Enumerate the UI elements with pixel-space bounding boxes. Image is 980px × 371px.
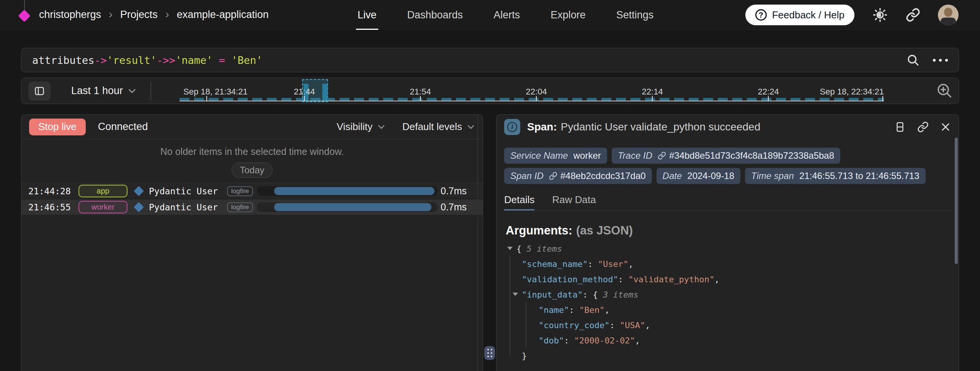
timeline-tick-label: 21:44 — [294, 87, 315, 97]
collapse-toggle-icon[interactable] — [513, 293, 518, 296]
timeline-tick — [652, 96, 653, 101]
topbar-actions: ? Feedback / Help — [745, 0, 959, 30]
arguments-label: Arguments: — [506, 224, 572, 237]
query-text[interactable]: attributes->'result'->>'name' = 'Ben' — [32, 54, 906, 66]
default-levels-dropdown[interactable]: Default levels — [402, 121, 475, 133]
service-badge[interactable]: worker — [78, 201, 127, 213]
breadcrumb-project[interactable]: example-application — [177, 9, 269, 21]
json-line: "name": "Ben", — [506, 303, 959, 318]
json-line: "dob": "2000-02-02", — [506, 333, 959, 348]
json-token-str: "validate_python" — [628, 275, 714, 284]
timeline-tick — [882, 96, 883, 101]
question-circle-icon: ? — [755, 9, 767, 21]
badge-value: #48eb2cdcdc317da0 — [560, 171, 646, 181]
query-token: 'name' — [175, 54, 213, 66]
empty-message: No older items in the selected time wind… — [21, 146, 483, 157]
json-token-punct: : — [588, 259, 598, 269]
chevron-down-icon — [127, 86, 137, 96]
trace-list: 21:44:28appPydantic Userlogfire0.7ms21:4… — [21, 183, 483, 215]
theme-toggle-icon[interactable] — [872, 7, 888, 23]
collapse-toggle-icon[interactable] — [507, 247, 513, 250]
logfire-logo[interactable] — [18, 0, 31, 30]
default-levels-label: Default levels — [402, 121, 462, 133]
json-token-punct: } — [522, 351, 527, 361]
scope-badge: logfire — [227, 202, 253, 212]
query-token: -> — [95, 54, 107, 66]
json-token-punct: : — [569, 305, 579, 315]
json-token-punct: , — [628, 259, 633, 269]
span-badge-service-name: Service Nameworker — [504, 148, 607, 164]
span-badge-span-id[interactable]: Span ID #48eb2cdcdc317da0 — [504, 168, 652, 184]
json-token-punct: : — [583, 290, 593, 299]
as-json-label: (as JSON) — [576, 224, 633, 237]
share-link-icon[interactable] — [906, 8, 920, 22]
duration-bar — [274, 187, 434, 195]
copy-link-icon[interactable] — [917, 121, 929, 133]
json-line: "country_code": "USA", — [506, 318, 959, 333]
tab-raw-data[interactable]: Raw Data — [552, 194, 596, 210]
nav-tab-settings[interactable]: Settings — [616, 0, 654, 30]
badge-value: 2024-09-18 — [687, 171, 734, 181]
date-chip[interactable]: Today — [232, 163, 272, 178]
json-token-str: "2000-02-02" — [574, 336, 635, 345]
trace-row[interactable]: 21:44:28appPydantic Userlogfire0.7ms — [21, 183, 483, 199]
timeline-tick — [206, 96, 207, 101]
breadcrumb-org[interactable]: christophergs — [39, 9, 101, 21]
query-bar[interactable]: attributes->'result'->>'name' = 'Ben' — [21, 48, 959, 72]
breadcrumb-projects[interactable]: Projects — [120, 9, 158, 21]
tab-details[interactable]: Details — [504, 194, 534, 210]
visibility-label: Visibility — [336, 121, 372, 133]
split-panel-icon[interactable] — [894, 121, 906, 133]
scrollbar-thumb[interactable] — [955, 138, 958, 264]
span-detail-panel: i Span: Pydantic User validate_python su… — [496, 114, 959, 371]
badge-label: Trace ID — [618, 150, 652, 161]
breadcrumb-chevron-icon: › — [109, 8, 113, 20]
info-icon: i — [504, 119, 520, 135]
live-panel-header: Stop live Connected Visibility Default l… — [21, 115, 483, 139]
nav-tab-dashboards[interactable]: Dashboards — [407, 0, 463, 30]
feedback-help-label: Feedback / Help — [772, 9, 844, 21]
scrollbar-track[interactable] — [477, 115, 478, 371]
main-content: Stop live Connected Visibility Default l… — [21, 114, 959, 371]
timeline-axis[interactable]: Sep 18, 21:34:21 Sep 18, 22:34:21 21:442… — [160, 78, 915, 104]
stop-live-button[interactable]: Stop live — [29, 119, 86, 135]
timeline-tick — [768, 96, 769, 101]
service-badge[interactable]: app — [78, 185, 127, 197]
timeline-end-label: Sep 18, 22:34:21 — [820, 87, 884, 97]
json-token-count: 5 items — [527, 244, 562, 254]
timeline-tick-label: 21:54 — [410, 87, 431, 97]
visibility-dropdown[interactable]: Visibility — [336, 121, 385, 133]
breadcrumb-chevron-icon: › — [165, 8, 169, 20]
feedback-help-button[interactable]: ? Feedback / Help — [745, 5, 854, 25]
duration-bar-track — [257, 186, 438, 196]
panel-resize-handle[interactable] — [484, 346, 495, 360]
timeline-bar: Last 1 hour Sep 18, 21:34:21 Sep 18, 22:… — [21, 78, 959, 104]
timeline-tick — [536, 96, 537, 101]
json-token-punct: : — [618, 275, 629, 284]
badge-value: #34bd8e51d73c3f4c8a189b72338a5ba8 — [669, 150, 834, 161]
trace-time: 21:44:28 — [28, 186, 72, 196]
logo-stem — [24, 0, 25, 10]
query-more-menu-icon[interactable] — [933, 59, 948, 62]
span-badge-trace-id[interactable]: Trace ID #34bd8e51d73c3f4c8a189b72338a5b… — [612, 148, 840, 164]
sidebar-toggle-icon[interactable] — [28, 81, 51, 101]
search-icon[interactable] — [906, 53, 920, 67]
time-range-label: Last 1 hour — [71, 85, 123, 97]
span-name: Pydantic User — [149, 202, 218, 212]
nav-tab-live[interactable]: Live — [358, 0, 377, 30]
query-token: attributes — [32, 54, 95, 66]
trace-row[interactable]: 21:46:55workerPydantic Userlogfire0.7ms — [21, 199, 483, 215]
user-avatar[interactable] — [938, 5, 959, 25]
top-nav: LiveDashboardsAlertsExploreSettings — [358, 0, 653, 30]
timeline-tick — [420, 96, 421, 101]
breadcrumb: christophergs › Projects › example-appli… — [39, 9, 269, 21]
close-icon[interactable] — [940, 122, 951, 132]
time-range-dropdown[interactable]: Last 1 hour — [71, 85, 137, 97]
timeline-baseline — [180, 101, 884, 101]
nav-tab-explore[interactable]: Explore — [550, 0, 586, 30]
nav-tab-alerts[interactable]: Alerts — [493, 0, 520, 30]
json-token-punct: { — [593, 290, 603, 299]
zoom-in-icon[interactable] — [936, 82, 953, 99]
json-token-key: "validation_method" — [522, 275, 618, 284]
json-token-punct: , — [635, 336, 640, 345]
